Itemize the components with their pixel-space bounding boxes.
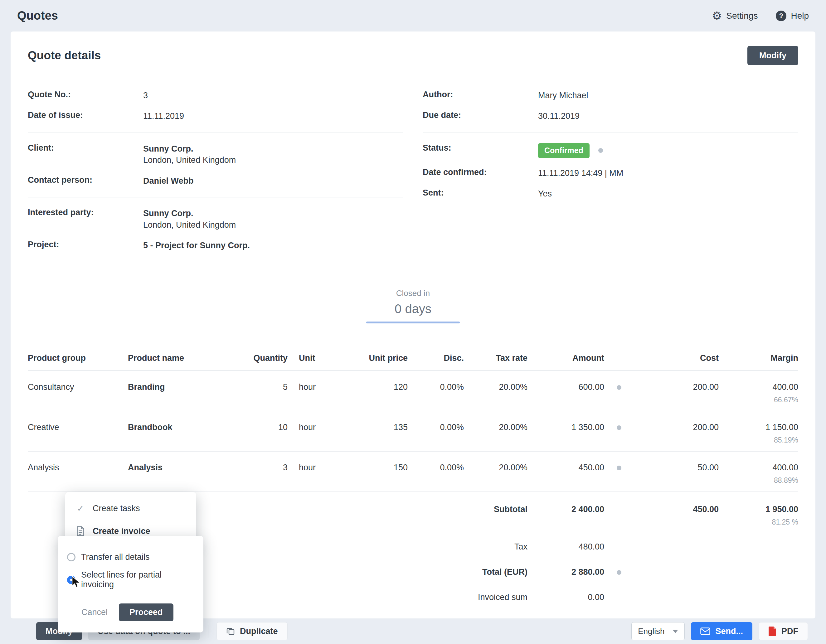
field-value: Sunny Corp.London, United Kingdom <box>143 208 403 230</box>
envelope-icon <box>700 627 710 635</box>
cell-unit-price: 120 <box>340 382 408 392</box>
help-label: Help <box>791 11 809 21</box>
radio-unselected-icon <box>67 553 76 561</box>
cell-dot <box>604 382 638 392</box>
column-header: Amount <box>528 353 604 363</box>
field-row: Status:Confirmed <box>423 138 798 163</box>
field-label: Quote No.: <box>28 90 143 99</box>
field-value-text: Sunny Corp. <box>143 208 403 219</box>
field-label: Contact person: <box>28 175 143 185</box>
field-row: Contact person:Daniel Webb <box>28 171 403 197</box>
mouse-cursor <box>70 576 82 591</box>
cell-margin: 1 150.0085.19% <box>719 422 798 444</box>
pdf-icon <box>768 626 776 636</box>
duplicate-button[interactable]: Duplicate <box>216 622 287 640</box>
menu-item-label: Create tasks <box>93 504 140 513</box>
menu-item-label: Create invoice <box>93 526 151 536</box>
field-row: Client:Sunny Corp.London, United Kingdom <box>28 138 403 171</box>
field-value-text: 30.11.2019 <box>538 110 798 122</box>
settings-label: Settings <box>726 11 758 21</box>
radio-option[interactable]: Transfer all details <box>58 548 203 566</box>
cancel-button[interactable]: Cancel <box>81 608 108 617</box>
cell-cost: 200.00 <box>638 382 719 392</box>
cell-amount: 1 350.00 <box>528 422 604 432</box>
column-header: Quantity <box>247 353 287 363</box>
cell-product-group: Creative <box>28 422 128 432</box>
cell-amount: 600.00 <box>528 382 604 392</box>
app-title: Quotes <box>17 9 58 22</box>
margin-value: 1 150.00 <box>719 422 798 432</box>
cell-product-name: Branding <box>128 382 247 392</box>
field-value-text: 11.11.2019 14:49 | MM <box>538 168 798 179</box>
card-header: Quote details Modify <box>28 46 798 65</box>
page-title: Quote details <box>28 49 101 62</box>
total-amount: 480.00 <box>528 542 604 552</box>
modify-button[interactable]: Modify <box>747 46 798 65</box>
quote-fields: Quote No.:3Date of issue:11.11.2019Clien… <box>28 85 798 268</box>
column-header: Unit price <box>340 353 408 363</box>
status-badge-wrap: Confirmed <box>538 143 798 158</box>
fields-left-column: Quote No.:3Date of issue:11.11.2019Clien… <box>28 85 403 268</box>
total-label: Tax <box>464 542 528 552</box>
column-spacer <box>604 353 638 363</box>
field-value-line2: London, United Kingdom <box>143 219 403 230</box>
margin-value: 400.00 <box>719 382 798 392</box>
margin-percent: 66.67% <box>719 396 798 404</box>
send-button[interactable]: Send... <box>691 622 752 640</box>
field-value-line2: London, United Kingdom <box>143 154 403 166</box>
closed-in-value: 0 days <box>28 302 798 316</box>
field-value-text: Mary Michael <box>538 90 798 101</box>
menu-item-create-tasks[interactable]: ✓Create tasks <box>65 497 196 520</box>
total-margin: 1 950.0081.25 % <box>719 504 798 526</box>
field-value: Confirmed <box>538 143 798 158</box>
help-button[interactable]: ? Help <box>776 11 809 21</box>
proceed-button[interactable]: Proceed <box>119 604 174 621</box>
gear-icon: ⚙ <box>712 10 722 22</box>
amount-dot <box>617 466 621 470</box>
cell-dot <box>604 422 638 432</box>
field-value: 5 - Project for Sunny Corp. <box>143 240 403 251</box>
column-header: Product group <box>28 353 128 363</box>
cell-tax-rate: 20.00% <box>464 382 528 392</box>
field-label: Status: <box>423 143 538 153</box>
field-label: Date confirmed: <box>423 168 538 177</box>
language-select[interactable]: English <box>631 622 685 640</box>
table-header-row: Product groupProduct nameQuantityUnitUni… <box>28 353 798 371</box>
table-row: CreativeBrandbook10hour1350.00%20.00%1 3… <box>28 411 798 452</box>
cell-discount: 0.00% <box>408 463 464 472</box>
duplicate-icon <box>226 627 235 636</box>
cell-product-group: Analysis <box>28 463 128 472</box>
cell-unit: hour <box>287 422 340 432</box>
check-icon: ✓ <box>75 503 86 514</box>
status-dot <box>598 148 603 153</box>
table-row: AnalysisAnalysis3hour1500.00%20.00%450.0… <box>28 452 798 492</box>
cell-product-group: Consultancy <box>28 382 128 392</box>
field-value: Daniel Webb <box>143 175 403 186</box>
field-row: Quote No.:3 <box>28 85 403 106</box>
cell-discount: 0.00% <box>408 382 464 392</box>
settings-button[interactable]: ⚙ Settings <box>712 10 758 22</box>
table-body: ConsultancyBranding5hour1200.00%20.00%60… <box>28 371 798 492</box>
table-row: ConsultancyBranding5hour1200.00%20.00%60… <box>28 371 798 411</box>
cell-unit-price: 135 <box>340 422 408 432</box>
total-label: Subtotal <box>464 504 528 514</box>
field-value: Sunny Corp.London, United Kingdom <box>143 143 403 166</box>
column-header: Tax rate <box>464 353 528 363</box>
field-value-text: Yes <box>538 188 798 199</box>
cell-cost: 200.00 <box>638 422 719 432</box>
field-row: Interested party:Sunny Corp.London, Unit… <box>28 203 403 235</box>
radio-label: Transfer all details <box>81 552 150 562</box>
field-row: Sent:Yes <box>423 183 798 204</box>
total-amount: 2 880.00 <box>528 567 604 577</box>
field-value-text: Daniel Webb <box>143 175 403 186</box>
column-header: Product name <box>128 353 247 363</box>
pdf-button[interactable]: PDF <box>759 622 808 640</box>
total-label: Total (EUR) <box>464 567 528 577</box>
amount-dot <box>617 385 621 390</box>
column-header: Margin <box>719 353 798 363</box>
cell-amount: 450.00 <box>528 463 604 472</box>
cell-dot <box>604 463 638 472</box>
topbar-actions: ⚙ Settings ? Help <box>712 10 809 22</box>
cell-tax-rate: 20.00% <box>464 463 528 472</box>
field-value-text: 11.11.2019 <box>143 110 403 122</box>
